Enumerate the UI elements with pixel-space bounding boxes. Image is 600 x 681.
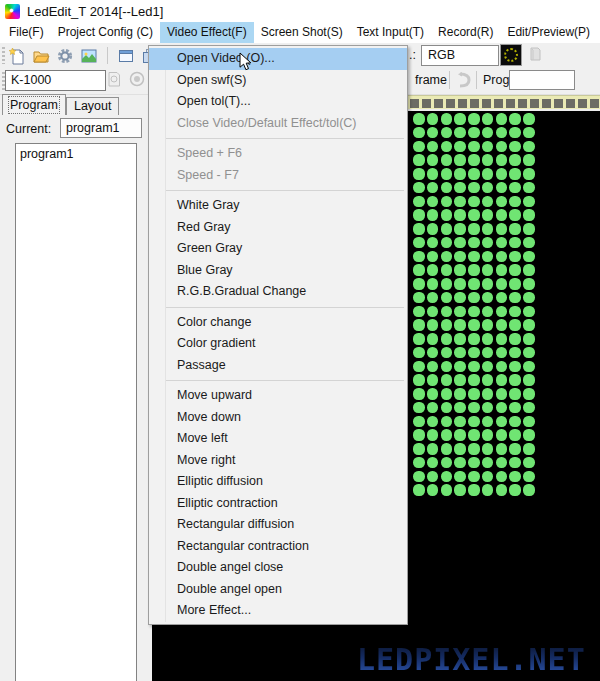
led-dot bbox=[482, 484, 494, 496]
led-dot bbox=[468, 209, 480, 221]
menu-item[interactable]: Red Gray bbox=[149, 217, 407, 239]
led-dot bbox=[496, 443, 508, 455]
led-dot bbox=[468, 141, 480, 153]
toolbar-gripper bbox=[2, 47, 5, 64]
menu-item[interactable]: Open Video (O)... bbox=[149, 48, 407, 70]
menu-item[interactable]: Open swf(S) bbox=[149, 70, 407, 92]
menubar-item[interactable]: Project Config (C) bbox=[51, 22, 160, 43]
menu-item[interactable]: Blue Gray bbox=[149, 260, 407, 282]
menu-item[interactable]: R.G.B.Gradual Change bbox=[149, 281, 407, 303]
led-dot bbox=[523, 127, 535, 139]
menu-item[interactable]: Color gradient bbox=[149, 333, 407, 355]
color-mode-select[interactable]: RGB bbox=[421, 45, 499, 66]
led-dot bbox=[468, 154, 480, 166]
menubar-item[interactable]: Text Input(T) bbox=[350, 22, 431, 43]
menu-item[interactable]: Green Gray bbox=[149, 238, 407, 260]
new-document-icon[interactable] bbox=[8, 47, 26, 65]
menu-item[interactable]: Elliptic diffusion bbox=[149, 471, 407, 493]
settings-gear-icon[interactable] bbox=[56, 47, 74, 65]
current-program-field[interactable]: program1 bbox=[60, 118, 142, 138]
led-dot bbox=[496, 402, 508, 414]
menu-item[interactable]: Move right bbox=[149, 450, 407, 472]
record-icon bbox=[128, 70, 146, 88]
led-dot bbox=[482, 443, 494, 455]
led-dot bbox=[468, 457, 480, 469]
menu-item[interactable]: Rectangular diffusion bbox=[149, 514, 407, 536]
menu-item[interactable]: Elliptic contraction bbox=[149, 493, 407, 515]
led-dot bbox=[441, 154, 453, 166]
led-dot bbox=[441, 443, 453, 455]
menu-item[interactable]: More Effect... bbox=[149, 600, 407, 622]
led-dot bbox=[441, 127, 453, 139]
menubar-item[interactable]: Edit/Preview(P) bbox=[500, 22, 597, 43]
menu-item[interactable]: Color change bbox=[149, 312, 407, 334]
led-dot bbox=[427, 209, 439, 221]
led-dot bbox=[523, 388, 535, 400]
led-dot bbox=[496, 306, 508, 318]
menubar-item[interactable]: Video Effect(F) bbox=[160, 22, 254, 43]
frame-ring-icon[interactable] bbox=[500, 44, 522, 66]
led-dot bbox=[441, 333, 453, 345]
open-folder-icon[interactable] bbox=[32, 47, 50, 65]
led-dot bbox=[496, 168, 508, 180]
led-dot bbox=[413, 264, 425, 276]
menu-item[interactable]: Double angel open bbox=[149, 579, 407, 601]
led-dot bbox=[509, 388, 521, 400]
led-dot bbox=[523, 292, 535, 304]
led-dot bbox=[496, 141, 508, 153]
led-dot bbox=[509, 416, 521, 428]
menu-item[interactable]: Rectangular contraction bbox=[149, 536, 407, 558]
menubar-item[interactable]: File(F) bbox=[2, 22, 51, 43]
window-icon[interactable] bbox=[117, 47, 135, 65]
led-dot bbox=[441, 374, 453, 386]
led-dot bbox=[454, 127, 466, 139]
led-dot bbox=[441, 196, 453, 208]
led-dot bbox=[413, 154, 425, 166]
menu-item[interactable]: Open tol(T)... bbox=[149, 91, 407, 113]
led-dot bbox=[413, 429, 425, 441]
program-list[interactable]: program1 bbox=[15, 143, 137, 681]
menu-item[interactable]: Move down bbox=[149, 407, 407, 429]
led-dot bbox=[427, 374, 439, 386]
led-dot bbox=[427, 333, 439, 345]
led-dot bbox=[427, 154, 439, 166]
tab-label: Layout bbox=[74, 99, 112, 113]
controller-select[interactable]: K-1000 bbox=[5, 70, 106, 91]
led-dot bbox=[509, 484, 521, 496]
menubar-item[interactable]: Record(R) bbox=[431, 22, 500, 43]
led-dot bbox=[413, 182, 425, 194]
menu-item[interactable]: Move left bbox=[149, 428, 407, 450]
led-dot bbox=[413, 237, 425, 249]
frame-timeline[interactable] bbox=[408, 95, 600, 111]
app-logo-icon bbox=[5, 4, 20, 19]
prog-input[interactable] bbox=[509, 70, 575, 90]
led-dot bbox=[441, 141, 453, 153]
image-icon[interactable] bbox=[80, 47, 98, 65]
led-dot bbox=[427, 237, 439, 249]
preview-page-icon bbox=[105, 70, 123, 88]
tab-layout[interactable]: Layout bbox=[66, 97, 120, 115]
tab-program[interactable]: Program bbox=[2, 94, 66, 115]
menu-item[interactable]: Passage bbox=[149, 355, 407, 377]
led-dot bbox=[454, 361, 466, 373]
led-dot bbox=[468, 374, 480, 386]
menubar-item[interactable]: Screen Shot(S) bbox=[254, 22, 350, 43]
led-dot bbox=[413, 292, 425, 304]
led-dot bbox=[509, 429, 521, 441]
led-dot bbox=[441, 223, 453, 235]
list-item[interactable]: program1 bbox=[16, 144, 136, 163]
led-dot bbox=[427, 292, 439, 304]
menu-item[interactable]: Move upward bbox=[149, 385, 407, 407]
menu-item[interactable]: White Gray bbox=[149, 195, 407, 217]
led-dot bbox=[454, 113, 466, 125]
led-dot bbox=[468, 361, 480, 373]
led-dot bbox=[441, 168, 453, 180]
led-dot bbox=[427, 306, 439, 318]
led-dot bbox=[427, 182, 439, 194]
led-dot bbox=[523, 374, 535, 386]
led-dot bbox=[441, 457, 453, 469]
led-dot bbox=[468, 388, 480, 400]
led-dot bbox=[509, 471, 521, 483]
toolbar-separator bbox=[449, 71, 450, 89]
menu-item[interactable]: Double angel close bbox=[149, 557, 407, 579]
